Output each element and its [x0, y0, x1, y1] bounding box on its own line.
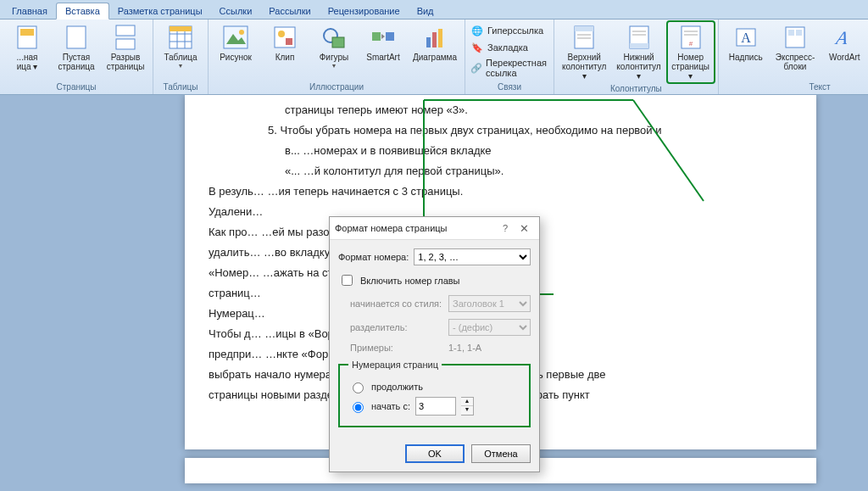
shapes-button[interactable]: Фигуры ▼	[310, 21, 358, 71]
start-at-spin[interactable]: ▲▼	[461, 397, 474, 416]
svg-rect-18	[332, 37, 344, 47]
tab-layout[interactable]: Разметка страницы	[109, 3, 211, 19]
separator-label: разделитель:	[350, 322, 443, 332]
tab-mail[interactable]: Рассылки	[260, 3, 319, 19]
continue-label: продолжить	[371, 382, 423, 392]
dialog-close-button[interactable]: ✕	[514, 222, 534, 235]
crossref-icon: 🔗	[470, 61, 482, 75]
textbox-button[interactable]: A Надпись	[722, 21, 770, 64]
separator-select: - (дефис)	[448, 319, 531, 336]
examples-value: 1-1, 1-A	[448, 343, 481, 353]
include-chapter-checkbox[interactable]	[342, 275, 353, 286]
svg-rect-1	[20, 29, 34, 36]
include-chapter-label: Включить номер главы	[360, 276, 460, 286]
crossref-button[interactable]: 🔗Перекрестная ссылка	[469, 57, 550, 79]
group-hf-label: Колонтитулы	[558, 83, 715, 94]
cancel-button[interactable]: Отмена	[471, 444, 531, 463]
continue-radio[interactable]	[353, 382, 364, 393]
page-break-button[interactable]: Разрыв страницы	[102, 21, 149, 74]
header-button[interactable]: Верхний колонтитул ▾	[558, 21, 610, 83]
dialog-titlebar[interactable]: Формат номера страницы ? ✕	[330, 217, 539, 240]
group-pages-label: Страницы	[3, 81, 149, 92]
chapter-style-select: Заголовок 1	[448, 295, 531, 312]
svg-text:#: #	[688, 40, 693, 47]
picture-icon	[222, 24, 249, 51]
page-number-format-dialog: Формат номера страницы ? ✕ Формат номера…	[329, 216, 540, 472]
table-button[interactable]: Таблица ▼	[157, 21, 204, 71]
group-text-label: Текст	[722, 81, 868, 92]
picture-button[interactable]: Рисунок	[212, 21, 259, 64]
svg-rect-19	[372, 32, 381, 41]
bookmark-button[interactable]: 🔖Закладка	[469, 40, 550, 55]
chart-icon	[421, 24, 448, 51]
start-at-input[interactable]	[415, 397, 456, 416]
svg-rect-2	[67, 26, 86, 48]
tab-insert[interactable]: Вставка	[56, 3, 109, 20]
footer-icon	[626, 24, 653, 51]
shapes-icon	[320, 24, 348, 51]
chevron-down-icon: ▼	[331, 63, 337, 69]
svg-rect-26	[575, 26, 593, 31]
group-pages: ...ная ица ▾ Пустая страница Разрыв стра…	[0, 20, 153, 94]
bookmark-icon: 🔖	[470, 41, 484, 54]
blank-page-icon	[63, 24, 90, 51]
page-number-button[interactable]: # Номер страницы ▾	[667, 21, 715, 83]
quickparts-button[interactable]: Экспресс-блоки	[771, 21, 820, 74]
dialog-help-button[interactable]: ?	[497, 223, 514, 233]
group-illustrations: Рисунок Клип Фигуры ▼ SmartArt Диаграмма…	[209, 20, 465, 94]
footer-button[interactable]: Нижний колонтитул ▾	[612, 21, 665, 83]
blank-page-button[interactable]: Пустая страница	[53, 21, 100, 74]
svg-rect-16	[286, 38, 292, 45]
ribbon-tabs: Главная Вставка Разметка страницы Ссылки…	[0, 0, 868, 20]
svg-rect-20	[386, 32, 394, 41]
svg-point-13	[239, 30, 244, 35]
tab-main[interactable]: Главная	[3, 3, 56, 19]
page-break-icon	[112, 24, 139, 51]
start-at-label: начать с:	[371, 401, 410, 411]
hyperlink-button[interactable]: 🌐Гиперссылка	[469, 23, 550, 38]
svg-rect-22	[426, 37, 431, 47]
cover-page-icon	[14, 24, 41, 51]
page-numbering-legend: Нумерация страниц	[348, 360, 442, 370]
svg-point-15	[278, 31, 285, 37]
chapter-style-label: начинается со стиля:	[350, 299, 443, 309]
svg-text:A: A	[833, 27, 850, 48]
chart-button[interactable]: Диаграмма	[409, 21, 461, 64]
group-text: A Надпись Экспресс-блоки A WordArt A Бук…	[719, 20, 868, 94]
svg-rect-3	[116, 25, 135, 36]
svg-rect-23	[432, 32, 437, 47]
chevron-down-icon: ▼	[178, 63, 184, 69]
textbox-icon: A	[732, 24, 760, 51]
globe-icon: 🌐	[470, 24, 484, 37]
svg-rect-40	[788, 30, 794, 36]
number-format-label: Формат номера:	[338, 252, 409, 262]
tab-view[interactable]: Вид	[409, 3, 442, 19]
page-number-icon: #	[677, 24, 704, 51]
svg-rect-24	[438, 29, 442, 47]
tab-review[interactable]: Рецензирование	[320, 3, 409, 19]
number-format-select[interactable]: 1, 2, 3, …	[414, 248, 531, 265]
cover-page-button[interactable]: ...ная ица ▾	[3, 21, 51, 74]
group-illustrations-label: Иллюстрации	[212, 81, 461, 92]
svg-rect-4	[116, 39, 135, 49]
wordart-icon: A	[831, 24, 858, 51]
svg-rect-41	[796, 30, 802, 36]
start-at-radio[interactable]	[353, 402, 364, 413]
ok-button[interactable]: OK	[405, 444, 465, 463]
header-icon	[570, 24, 598, 51]
dialog-title: Формат номера страницы	[335, 223, 497, 233]
group-links: 🌐Гиперссылка 🔖Закладка 🔗Перекрестная ссы…	[465, 20, 554, 94]
svg-marker-21	[381, 34, 385, 39]
quickparts-icon	[782, 24, 809, 51]
tab-links[interactable]: Ссылки	[211, 3, 261, 19]
svg-rect-30	[630, 43, 648, 48]
page-numbering-fieldset: Нумерация страниц продолжить начать с: ▲…	[338, 360, 531, 427]
group-tables-label: Таблицы	[157, 81, 204, 92]
group-headerfooter: Верхний колонтитул ▾ Нижний колонтитул ▾…	[554, 20, 719, 94]
document-area[interactable]: страницы теперь имеют номер «3». 5. Чтоб…	[0, 95, 868, 491]
smartart-button[interactable]: SmartArt	[359, 21, 407, 64]
group-tables: Таблица ▼ Таблицы	[153, 20, 209, 94]
wordart-button[interactable]: A WordArt	[821, 21, 868, 64]
clip-button[interactable]: Клип	[261, 21, 309, 64]
examples-label: Примеры:	[350, 343, 443, 353]
